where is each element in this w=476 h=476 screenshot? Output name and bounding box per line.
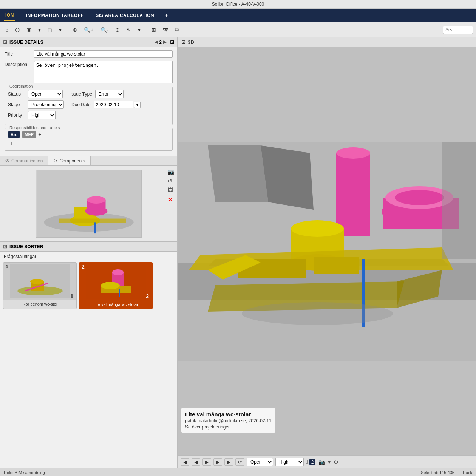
sorter-thumb-num-2: 2 bbox=[146, 293, 149, 299]
svg-rect-42 bbox=[442, 142, 476, 259]
due-date-label: Due Date bbox=[71, 102, 91, 107]
toolbar-grid-btn[interactable]: ⊞ bbox=[149, 25, 158, 34]
bottom-priority-select[interactable]: High Medium Low bbox=[275, 458, 304, 466]
comm-tabs: 👁 Communication 🗂 Components bbox=[0, 156, 177, 166]
sorter-item-1[interactable]: 1 1 1 Rör genom wc-stol bbox=[3, 262, 77, 309]
resp-legend: Responsibilities and Labels bbox=[8, 125, 61, 130]
toolbar-dropdown2-btn[interactable]: ▾ bbox=[57, 25, 64, 34]
view-camera-btn[interactable]: 📷 bbox=[318, 458, 326, 466]
bottom-status-select[interactable]: Open Closed bbox=[247, 458, 273, 466]
menu-bar: ION INFORMATION TAKEOFF SIS AREA CALCULA… bbox=[0, 9, 476, 22]
issue-type-label: Issue Type bbox=[70, 91, 92, 97]
preview-delete-btn[interactable]: ✕ bbox=[168, 196, 174, 203]
svg-point-32 bbox=[291, 220, 344, 237]
toolbar-zoomout-btn[interactable]: 🔍- bbox=[98, 25, 111, 34]
components-tab[interactable]: 🗂 Components bbox=[48, 156, 91, 165]
toolbar-view-btn[interactable]: ▣ bbox=[24, 25, 34, 34]
title-bar: Solibri Office - A-40-V-000 bbox=[0, 0, 476, 9]
tag-arc[interactable]: Arc bbox=[8, 131, 20, 138]
expand-btn[interactable]: ⊡ bbox=[170, 39, 174, 45]
toolbar-dropdown1-btn[interactable]: ▾ bbox=[36, 25, 43, 34]
scene-svg bbox=[178, 47, 476, 455]
issue-details-panel: ⊡ ISSUE DETAILS ◀ 2 ▶ ⊡ Title Descriptio… bbox=[0, 37, 177, 242]
svg-rect-19 bbox=[119, 289, 120, 297]
sorter-svg-1 bbox=[10, 264, 70, 298]
stage-label: Stage bbox=[8, 102, 25, 107]
status-bar: Role: BIM samordning Selected: 115,435 T… bbox=[0, 468, 476, 476]
sorter-items: 1 1 1 Rör genom wc-stol bbox=[0, 261, 177, 311]
issue-type-select[interactable]: Error Warning Info bbox=[95, 90, 124, 98]
nav-loop-btn[interactable]: ⟳ bbox=[235, 458, 244, 466]
toolbar-fit-btn[interactable]: ⊙ bbox=[113, 25, 122, 34]
svg-rect-8 bbox=[94, 222, 96, 233]
sorter-group-label: Frågeställningar bbox=[0, 252, 177, 261]
view-settings-btn[interactable]: ⚙ bbox=[333, 458, 339, 466]
communication-tab[interactable]: 👁 Communication bbox=[0, 156, 48, 165]
status-right: Selected: 115,435 Track bbox=[421, 470, 472, 475]
info-title: Lite väl många wc-stolar bbox=[185, 411, 272, 417]
menu-item-ion[interactable]: ION bbox=[4, 10, 15, 21]
sorter-item-2[interactable]: 2 2 Lite väl många wc bbox=[79, 262, 153, 309]
tag-mep[interactable]: MEP bbox=[22, 131, 36, 138]
info-desc: Se över projekteringen. bbox=[185, 424, 272, 430]
nav-next-btn[interactable]: ▶ bbox=[202, 458, 211, 466]
comm-icon: 👁 bbox=[5, 158, 10, 164]
toolbar-box-btn[interactable]: ◻ bbox=[45, 25, 54, 34]
svg-rect-25 bbox=[336, 153, 370, 236]
toolbar-sep1 bbox=[67, 25, 67, 34]
stage-select[interactable]: Projektering Design bbox=[28, 100, 64, 109]
add-row-btn[interactable]: + bbox=[8, 141, 14, 147]
view-arrow-btn[interactable]: ▾ bbox=[327, 458, 331, 466]
title-input[interactable] bbox=[34, 50, 173, 58]
page-display: 1 2 bbox=[306, 459, 315, 465]
toolbar-home-btn[interactable]: ⌂ bbox=[3, 25, 11, 34]
nav-prev-btn[interactable]: ◀ bbox=[192, 458, 200, 466]
right-panel: ⊡ 3D bbox=[178, 37, 476, 468]
nav-last-btn[interactable]: ▶ bbox=[213, 458, 222, 466]
due-date-input[interactable] bbox=[94, 101, 133, 108]
menu-plus[interactable]: + bbox=[165, 12, 168, 19]
components-tab-label: Components bbox=[59, 158, 85, 164]
svg-point-6 bbox=[87, 196, 105, 204]
sorter-thumb-num-1: 1 bbox=[70, 293, 73, 299]
preview-image-btn[interactable]: 🖼 bbox=[168, 187, 174, 193]
toolbar-zoomin-btn[interactable]: 🔍+ bbox=[82, 25, 96, 34]
description-input[interactable] bbox=[34, 61, 173, 83]
toolbar-dropdown3-btn[interactable]: ▾ bbox=[136, 25, 143, 34]
role-label: Role: BIM samordning bbox=[4, 470, 45, 475]
preview-icons: 📷 ↺ 🖼 ✕ bbox=[168, 169, 174, 203]
description-label: Description bbox=[5, 61, 32, 67]
menu-item-area[interactable]: SIS AREA CALCULATION bbox=[94, 11, 156, 20]
sorter-num-1: 1 bbox=[6, 264, 8, 269]
page-cur-num: 2 bbox=[309, 459, 316, 465]
issue-details-title: ISSUE DETAILS bbox=[9, 40, 43, 45]
search-input[interactable] bbox=[443, 26, 473, 34]
svg-point-18 bbox=[101, 282, 120, 289]
toolbar-zoom-btn[interactable]: ⊕ bbox=[70, 25, 79, 34]
toolbar-layers-btn[interactable]: ⧉ bbox=[173, 25, 181, 34]
status-row: Status Open Closed In Progress Issue Typ… bbox=[8, 90, 169, 98]
comm-tab-label: Communication bbox=[11, 158, 43, 164]
toolbar-map-btn[interactable]: 🗺 bbox=[161, 25, 170, 34]
date-picker-btn[interactable]: ▾ bbox=[134, 102, 141, 108]
svg-rect-36 bbox=[314, 257, 359, 274]
priority-select[interactable]: High Medium Low bbox=[28, 111, 56, 119]
preview-refresh-btn[interactable]: ↺ bbox=[168, 178, 174, 184]
toolbar-3d-btn[interactable]: ⬡ bbox=[13, 25, 22, 34]
toolbar-select-btn[interactable]: ↖ bbox=[124, 25, 133, 34]
issue-details-header: ⊡ ISSUE DETAILS ◀ 2 ▶ ⊡ bbox=[0, 37, 177, 47]
priority-row: Priority High Medium Low bbox=[8, 111, 169, 119]
menu-item-takeoff[interactable]: INFORMATION TAKEOFF bbox=[25, 11, 85, 20]
track-label: Track bbox=[462, 470, 472, 475]
status-select[interactable]: Open Closed In Progress bbox=[28, 90, 63, 98]
svg-point-16 bbox=[112, 269, 124, 275]
nav-first-btn[interactable]: ◀ bbox=[181, 458, 189, 466]
nav-next-arrow[interactable]: ▶ bbox=[163, 40, 166, 45]
title-row: Title bbox=[5, 50, 173, 58]
nav-play-btn[interactable]: ▶ bbox=[224, 458, 233, 466]
preview-camera-btn[interactable]: 📷 bbox=[168, 169, 174, 175]
resp-section: Responsibilities and Labels Arc MEP + + bbox=[5, 128, 173, 151]
main-layout: ⊡ ISSUE DETAILS ◀ 2 ▶ ⊡ Title Descriptio… bbox=[0, 37, 476, 468]
nav-prev-arrow[interactable]: ◀ bbox=[155, 40, 158, 45]
add-tag-btn[interactable]: + bbox=[38, 131, 41, 138]
